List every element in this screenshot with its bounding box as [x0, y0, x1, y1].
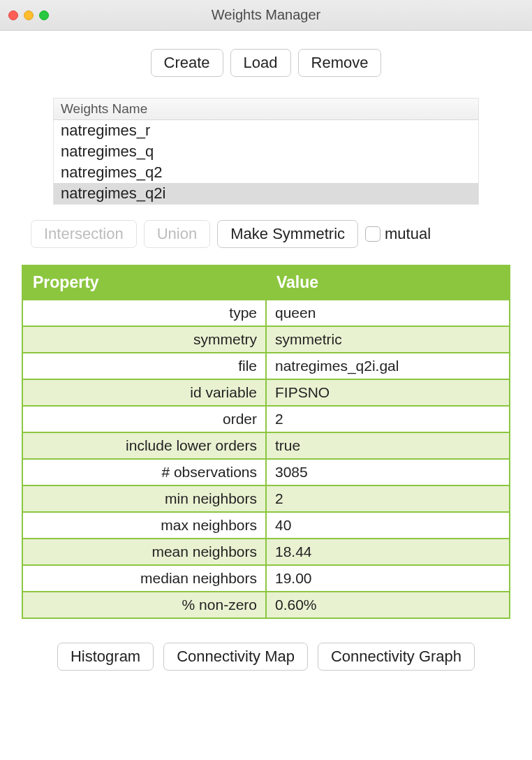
property-value: symmetric	[266, 326, 510, 353]
maximize-icon[interactable]	[39, 10, 49, 20]
mutual-checkbox-wrap[interactable]: mutual	[365, 225, 431, 243]
load-button[interactable]: Load	[230, 49, 291, 77]
property-row: filenatregimes_q2i.gal	[22, 353, 510, 379]
property-key: type	[22, 300, 266, 326]
top-button-row: Create Load Remove	[21, 49, 511, 77]
property-row: mean neighbors18.44	[22, 539, 510, 565]
weights-list-item[interactable]: natregimes_q	[54, 141, 478, 162]
weights-list-item[interactable]: natregimes_q2	[54, 162, 478, 183]
properties-header-property: Property	[22, 265, 266, 300]
property-value: queen	[266, 300, 510, 326]
property-key: include lower orders	[22, 432, 266, 459]
weights-list: Weights Name natregimes_rnatregimes_qnat…	[53, 98, 479, 205]
property-row: % non-zero0.60%	[22, 592, 510, 618]
property-row: order2	[22, 406, 510, 432]
property-key: median neighbors	[22, 565, 266, 592]
traffic-lights	[8, 10, 49, 20]
close-icon[interactable]	[8, 10, 18, 20]
ops-row: Intersection Union Make Symmetric mutual	[31, 220, 511, 248]
weights-list-item[interactable]: natregimes_r	[54, 120, 478, 141]
property-row: id variableFIPSNO	[22, 379, 510, 406]
property-key: symmetry	[22, 326, 266, 353]
property-key: mean neighbors	[22, 539, 266, 565]
property-row: min neighbors2	[22, 485, 510, 512]
property-row: typequeen	[22, 300, 510, 326]
union-button[interactable]: Union	[144, 220, 210, 248]
property-value: true	[266, 432, 510, 459]
mutual-label: mutual	[385, 225, 431, 243]
property-value: 40	[266, 512, 510, 539]
property-row: median neighbors19.00	[22, 565, 510, 592]
property-value: 2	[266, 406, 510, 432]
property-value: natregimes_q2i.gal	[266, 353, 510, 379]
titlebar: Weights Manager	[0, 0, 532, 31]
remove-button[interactable]: Remove	[298, 49, 382, 77]
properties-table: Property Value typequeensymmetrysymmetri…	[22, 265, 510, 619]
property-key: id variable	[22, 379, 266, 406]
property-key: # observations	[22, 459, 266, 485]
property-value: 19.00	[266, 565, 510, 592]
create-button[interactable]: Create	[151, 49, 223, 77]
connectivity-graph-button[interactable]: Connectivity Graph	[318, 643, 475, 671]
window-title: Weights Manager	[0, 7, 532, 23]
intersection-button[interactable]: Intersection	[31, 220, 137, 248]
property-value: 0.60%	[266, 592, 510, 618]
property-row: # observations3085	[22, 459, 510, 485]
weights-list-header: Weights Name	[54, 98, 478, 120]
property-key: max neighbors	[22, 512, 266, 539]
property-row: symmetrysymmetric	[22, 326, 510, 353]
property-row: include lower orderstrue	[22, 432, 510, 459]
property-key: file	[22, 353, 266, 379]
minimize-icon[interactable]	[24, 10, 34, 20]
make-symmetric-button[interactable]: Make Symmetric	[217, 220, 358, 248]
properties-header-value: Value	[266, 265, 510, 300]
property-value: 18.44	[266, 539, 510, 565]
property-key: order	[22, 406, 266, 432]
connectivity-map-button[interactable]: Connectivity Map	[163, 643, 308, 671]
bottom-button-row: Histogram Connectivity Map Connectivity …	[21, 643, 511, 671]
weights-list-item[interactable]: natregimes_q2i	[54, 183, 478, 204]
property-key: min neighbors	[22, 485, 266, 512]
property-value: FIPSNO	[266, 379, 510, 406]
property-row: max neighbors40	[22, 512, 510, 539]
mutual-checkbox[interactable]	[365, 226, 380, 242]
property-value: 2	[266, 485, 510, 512]
property-key: % non-zero	[22, 592, 266, 618]
histogram-button[interactable]: Histogram	[57, 643, 154, 671]
property-value: 3085	[266, 459, 510, 485]
